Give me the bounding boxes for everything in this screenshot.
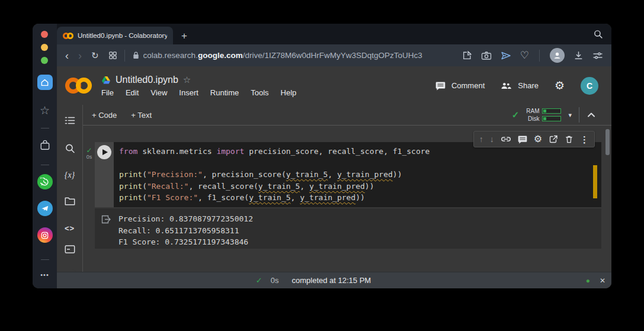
address-field[interactable]: colab.research.google.com/drive/1IZ78M6w… (143, 51, 422, 60)
editor-panel-button[interactable] (64, 245, 75, 254)
cell-toolbar: ↑ ↓ ⚙ (473, 131, 595, 147)
sidebar-more-button[interactable]: ••• (40, 271, 49, 278)
notebook-title[interactable]: Untitled0.ipynb (116, 75, 178, 85)
notebook-scrollbar[interactable] (605, 129, 610, 155)
terminal-panel-icon (64, 245, 75, 254)
tab-title: Untitled0.ipynb - Colaboratory (78, 32, 167, 39)
code-editor[interactable]: from sklearn.metrics import precision_sc… (114, 142, 601, 207)
move-cell-up-button[interactable]: ↑ (479, 135, 483, 143)
menu-item[interactable]: Edit (126, 88, 139, 97)
forward-button[interactable]: › (78, 50, 82, 61)
window-zoom-button[interactable] (41, 57, 48, 64)
share-button[interactable]: Share (501, 81, 539, 90)
code-line: print("Recall:", recall_score(y_train_5,… (119, 181, 592, 192)
code-cell: from sklearn.metrics import precision_sc… (95, 142, 601, 207)
execution-time: 0s (84, 154, 94, 160)
menu-item[interactable]: Tools (251, 88, 268, 97)
add-code-button[interactable]: + Code (92, 111, 117, 120)
code-snippets-button[interactable]: <> (65, 224, 75, 233)
screenshot-button[interactable] (481, 51, 492, 60)
camera-icon (481, 51, 492, 60)
download-icon (573, 50, 584, 60)
collapse-header-button[interactable] (587, 111, 596, 118)
send-button[interactable] (501, 51, 511, 60)
add-comment-button[interactable] (518, 135, 527, 144)
downloads-button[interactable] (573, 50, 584, 60)
chevron-up-icon (587, 111, 596, 118)
executed-check-icon: ✓ (84, 147, 94, 154)
sidebar-home-button[interactable] (37, 75, 53, 90)
cell-gutter (95, 142, 114, 207)
ram-label: RAM (526, 108, 539, 114)
find-replace-button[interactable] (64, 143, 75, 154)
new-tab-button[interactable]: + (181, 31, 187, 41)
menu-bar: FileEditViewInsertRuntimeToolsHelp (101, 88, 296, 97)
code-line: print("Precision:", precision_score(y_tr… (119, 169, 592, 181)
url-domain: google.com (198, 51, 243, 60)
active-tab[interactable]: Untitled0.ipynb - Colaboratory (57, 27, 173, 44)
back-button[interactable]: ‹ (65, 50, 69, 61)
person-icon (553, 51, 562, 60)
cell-settings-gear-icon[interactable]: ⚙ (534, 134, 542, 144)
runtime-dropdown-caret[interactable]: ▾ (568, 111, 572, 119)
comment-button[interactable]: Comment (435, 81, 485, 91)
sidebar-market-button[interactable] (39, 139, 51, 152)
browser-window: ☆ ••• (33, 24, 611, 288)
sidebar-telegram-button[interactable] (37, 201, 53, 216)
move-cell-down-button[interactable]: ↓ (490, 135, 494, 143)
settings-gear-icon[interactable]: ⚙ (555, 80, 565, 91)
output-line: Precision: 0.8370879772350012 (118, 213, 595, 225)
delete-cell-button[interactable] (565, 134, 573, 144)
shopping-bag-icon (39, 139, 51, 152)
account-avatar[interactable]: C (581, 77, 598, 95)
edit-page-button[interactable] (462, 50, 472, 60)
variables-button[interactable]: {x} (65, 171, 75, 180)
close-status-bar-button[interactable]: ✕ (600, 277, 605, 285)
colab-logo[interactable] (65, 78, 92, 94)
tab-bar: Untitled0.ipynb - Colaboratory + (57, 24, 611, 44)
window-close-button[interactable] (41, 31, 48, 38)
menu-item[interactable]: Help (281, 88, 297, 97)
menu-item[interactable]: Runtime (210, 88, 239, 97)
menu-item[interactable]: Insert (179, 88, 198, 97)
colab-sidebar: {x} <> (57, 105, 83, 272)
colab-header: Untitled0.ipynb ☆ FileEditViewInsertRunt… (57, 66, 611, 105)
tabs-grid-button[interactable] (108, 51, 117, 60)
lock-icon[interactable] (132, 51, 140, 60)
reload-button[interactable]: ↻ (91, 50, 99, 61)
tab-search-button[interactable] (593, 29, 603, 39)
resource-gauges[interactable]: RAM Disk (526, 108, 561, 122)
notebook-area: ✓ 0s ↑ ↓ ⚙ (83, 126, 611, 272)
telegram-icon (37, 201, 53, 216)
ram-gauge (542, 108, 561, 114)
sidebar-instagram-button[interactable] (37, 227, 53, 243)
cell-more-actions-button[interactable]: ⋮ (580, 135, 589, 144)
menu-item[interactable]: File (101, 88, 114, 97)
browser-settings-button[interactable] (592, 51, 603, 60)
browser-profile-avatar[interactable] (550, 48, 565, 63)
add-text-button[interactable]: + Text (131, 111, 152, 120)
url-bar: ‹ › ↻ colab.research.google.com/drive/1I… (57, 44, 611, 66)
comment-icon (435, 81, 446, 91)
sidebar-whatsapp-button[interactable] (37, 174, 53, 189)
colab-favicon (63, 33, 73, 39)
urlbar-divider (124, 50, 125, 62)
star-notebook-icon[interactable]: ☆ (183, 75, 191, 85)
open-in-tab-icon (549, 134, 558, 144)
favorite-heart-icon[interactable]: ♡ (520, 50, 529, 61)
copy-link-to-cell-button[interactable] (501, 134, 511, 144)
bookmarks-star-icon[interactable]: ☆ (40, 104, 50, 117)
table-of-contents-button[interactable] (64, 115, 75, 126)
search-icon (593, 29, 603, 39)
window-minimize-button[interactable] (41, 44, 48, 51)
toc-icon (64, 115, 75, 126)
run-cell-button[interactable] (97, 145, 111, 159)
status-exec-time: 0s (271, 276, 279, 285)
sidebar-divider (41, 128, 49, 128)
files-button[interactable] (64, 197, 75, 206)
instagram-icon (37, 227, 53, 243)
disk-label: Disk (528, 115, 539, 122)
open-in-tab-button[interactable] (549, 134, 558, 144)
google-drive-icon (101, 76, 111, 84)
menu-item[interactable]: View (150, 88, 167, 97)
